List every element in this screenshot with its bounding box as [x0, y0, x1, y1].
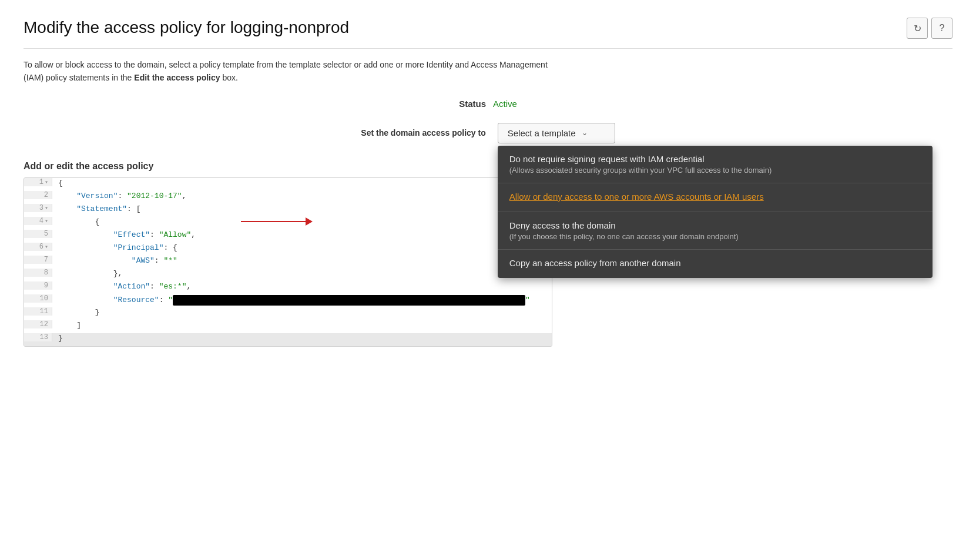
- line-gutter-5: 5: [24, 230, 52, 238]
- template-option-copy[interactable]: Copy an access policy from another domai…: [498, 250, 933, 278]
- collapse-arrow-4[interactable]: ▾: [45, 217, 48, 224]
- line-gutter-6: 6▾: [24, 243, 52, 251]
- template-option-deny-sub: (If you choose this policy, no one can a…: [509, 232, 921, 241]
- red-arrow-head: [306, 217, 313, 226]
- line-gutter-10: 10: [24, 294, 52, 303]
- line-gutter-3: 3▾: [24, 204, 52, 212]
- header-actions: ↻ ?: [907, 18, 952, 39]
- template-option-allow-deny[interactable]: Allow or deny access to one or more AWS …: [498, 183, 933, 212]
- chevron-down-icon: ⌄: [582, 129, 588, 137]
- line-gutter-8: 8: [24, 269, 52, 277]
- line-content-6: "Principal": {: [52, 243, 552, 253]
- line-content-1: {: [52, 178, 552, 188]
- line-content-2: "Version": "2012-10-17",: [52, 191, 552, 201]
- code-line-2: 2 "Version": "2012-10-17",: [24, 191, 552, 204]
- line-gutter-1: 1▾: [24, 178, 52, 186]
- page-header: Modify the access policy for logging-non…: [24, 18, 952, 49]
- code-line-11: 11 }: [24, 307, 552, 320]
- line-content-13: }: [52, 333, 552, 343]
- line-gutter-9: 9: [24, 281, 52, 290]
- red-arrow-indicator: [241, 217, 313, 226]
- collapse-arrow-1[interactable]: ▾: [45, 179, 48, 186]
- status-row: Status Active: [24, 99, 952, 109]
- line-gutter-7: 7: [24, 256, 52, 264]
- code-line-1: 1▾ {: [24, 178, 552, 191]
- line-gutter-12: 12: [24, 320, 52, 328]
- template-dropdown-button[interactable]: Select a template ⌄: [498, 123, 615, 143]
- line-gutter-4: 4▾: [24, 217, 52, 225]
- code-line-3: 3▾ "Statement": [: [24, 204, 552, 217]
- line-gutter-2: 2: [24, 191, 52, 199]
- collapse-arrow-3[interactable]: ▾: [45, 204, 48, 212]
- template-option-deny-label: Deny access to the domain: [509, 220, 921, 230]
- line-content-11: }: [52, 307, 552, 317]
- page-title: Modify the access policy for logging-non…: [24, 18, 349, 38]
- template-dropdown-label: Select a template: [508, 128, 576, 138]
- code-line-6: 6▾ "Principal": {: [24, 243, 552, 256]
- template-option-deny[interactable]: Deny access to the domain (If you choose…: [498, 212, 933, 250]
- template-option-allow-deny-label: Allow or deny access to one or more AWS …: [509, 192, 921, 202]
- code-line-5: 5 "Effect": "Allow",: [24, 230, 552, 243]
- line-content-9: "Action": "es:*",: [52, 281, 552, 291]
- template-option-no-signing-label: Do not require signing request with IAM …: [509, 154, 921, 164]
- description-bold: Edit the access policy: [134, 73, 220, 82]
- redacted-resource: [173, 295, 525, 306]
- line-content-12: ]: [52, 320, 552, 330]
- template-option-no-signing-sub: (Allows associated security groups withi…: [509, 166, 921, 175]
- line-content-3: "Statement": [: [52, 204, 552, 214]
- code-line-10: 10 "Resource": " ": [24, 294, 552, 307]
- line-gutter-11: 11: [24, 307, 52, 316]
- code-line-12: 12 ]: [24, 320, 552, 333]
- help-button[interactable]: ?: [931, 18, 952, 39]
- code-line-7: 7 "AWS": "*": [24, 256, 552, 269]
- line-gutter-13: 13: [24, 333, 52, 341]
- template-option-copy-label: Copy an access policy from another domai…: [509, 258, 921, 268]
- code-line-13: 13 }: [24, 333, 552, 346]
- description-text-2: box.: [220, 73, 238, 82]
- refresh-button[interactable]: ↻: [907, 18, 928, 39]
- template-selector-wrapper: Select a template ⌄ Do not require signi…: [498, 123, 615, 143]
- template-option-no-signing[interactable]: Do not require signing request with IAM …: [498, 146, 933, 183]
- line-content-5: "Effect": "Allow",: [52, 230, 552, 240]
- line-content-8: },: [52, 269, 552, 279]
- line-content-10: "Resource": " ": [52, 294, 552, 306]
- code-editor[interactable]: 1▾ { 2 "Version": "2012-10-17", 3▾ "Stat…: [24, 177, 552, 347]
- template-row-label: Set the domain access policy to: [361, 128, 485, 138]
- template-dropdown-menu: Do not require signing request with IAM …: [498, 146, 933, 278]
- page-description: To allow or block access to the domain, …: [24, 58, 552, 85]
- description-text-1: To allow or block access to the domain, …: [24, 60, 548, 82]
- red-arrow-line: [241, 221, 306, 222]
- code-line-9: 9 "Action": "es:*",: [24, 281, 552, 294]
- status-label: Status: [459, 99, 486, 109]
- status-value: Active: [493, 99, 517, 109]
- line-content-7: "AWS": "*": [52, 256, 552, 266]
- template-row: Set the domain access policy to Select a…: [24, 123, 952, 143]
- code-line-8: 8 },: [24, 269, 552, 281]
- collapse-arrow-6[interactable]: ▾: [45, 243, 48, 250]
